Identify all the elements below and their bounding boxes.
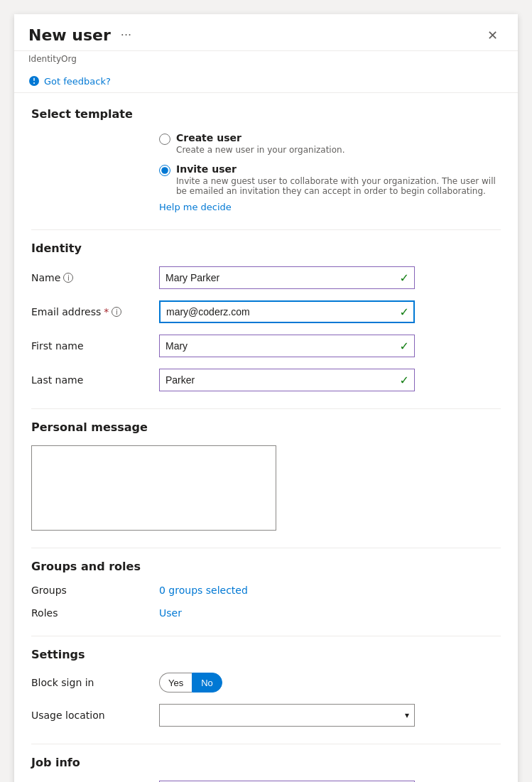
name-info-icon[interactable]: i xyxy=(63,273,73,283)
job-info-title: Job info xyxy=(31,756,501,769)
name-input[interactable] xyxy=(159,266,415,289)
email-required-star: * xyxy=(104,306,109,317)
firstname-check-icon: ✓ xyxy=(400,340,409,353)
feedback-label: Got feedback? xyxy=(44,76,111,87)
divider-2 xyxy=(31,408,501,409)
roles-label: Roles xyxy=(31,607,159,619)
job-info-section: Job info Job title ✓ Department ✓ Compan… xyxy=(31,756,501,782)
roles-value[interactable]: User xyxy=(159,607,182,619)
feedback-bar[interactable]: Got feedback? xyxy=(14,70,518,93)
feedback-icon xyxy=(28,75,40,87)
lastname-input[interactable] xyxy=(159,369,415,391)
identity-section-title: Identity xyxy=(31,241,501,255)
invite-user-option[interactable]: Invite user Invite a new guest user to c… xyxy=(159,163,501,196)
divider-3 xyxy=(31,548,501,548)
panel-header: New user ··· ✕ xyxy=(14,14,518,51)
usage-location-select-wrap: ▾ xyxy=(159,704,415,727)
divider-5 xyxy=(31,744,501,744)
identity-section: Identity Name i ✓ Email address * i xyxy=(31,241,501,391)
template-options: Create user Create a new user in your or… xyxy=(31,132,501,196)
usage-location-row: Usage location ▾ xyxy=(31,704,501,727)
email-input[interactable] xyxy=(159,300,415,323)
org-name: IdentityOrg xyxy=(14,51,518,70)
groups-value[interactable]: 0 groups selected xyxy=(159,585,248,596)
invite-user-desc: Invite a new guest user to collaborate w… xyxy=(176,176,501,196)
personal-message-wrap xyxy=(31,445,276,531)
lastname-field-row: Last name ✓ xyxy=(31,369,501,391)
groups-roles-section: Groups and roles Groups 0 groups selecte… xyxy=(31,560,501,619)
personal-message-section: Personal message xyxy=(31,420,501,531)
block-signin-toggle: Yes No xyxy=(159,673,222,693)
personal-message-title: Personal message xyxy=(31,420,501,434)
create-user-radio[interactable] xyxy=(159,134,170,145)
groups-field-row: Groups 0 groups selected xyxy=(31,585,501,596)
settings-section: Settings Block sign in Yes No Usage loca… xyxy=(31,648,501,727)
panel-body: Select template Create user Create a new… xyxy=(14,93,518,782)
firstname-input-wrap: ✓ xyxy=(159,335,415,357)
name-check-icon: ✓ xyxy=(400,271,409,285)
create-user-option[interactable]: Create user Create a new user in your or… xyxy=(159,132,501,155)
create-user-desc: Create a new user in your organization. xyxy=(176,145,344,155)
invite-user-label: Invite user xyxy=(176,163,237,175)
block-signin-row: Block sign in Yes No xyxy=(31,673,501,693)
no-toggle-btn[interactable]: No xyxy=(192,673,222,693)
firstname-label: First name xyxy=(31,340,159,352)
firstname-field-row: First name ✓ xyxy=(31,335,501,357)
panel-title: New user xyxy=(28,26,111,44)
yes-toggle-btn[interactable]: Yes xyxy=(159,673,192,693)
usage-location-label: Usage location xyxy=(31,710,159,721)
email-check-icon: ✓ xyxy=(400,305,409,319)
name-label: Name i xyxy=(31,272,159,283)
groups-label: Groups xyxy=(31,585,159,596)
close-button[interactable]: ✕ xyxy=(482,26,504,45)
settings-title: Settings xyxy=(31,648,501,661)
create-user-label: Create user xyxy=(176,132,241,143)
new-user-panel: New user ··· ✕ IdentityOrg Got feedback?… xyxy=(14,14,518,782)
usage-location-select[interactable] xyxy=(159,704,415,727)
more-options-icon[interactable]: ··· xyxy=(118,26,134,45)
block-signin-label: Block sign in xyxy=(31,677,159,688)
divider-4 xyxy=(31,636,501,636)
lastname-check-icon: ✓ xyxy=(400,374,409,387)
divider-1 xyxy=(31,229,501,230)
email-input-wrap: ✓ xyxy=(159,300,415,323)
name-field-row: Name i ✓ xyxy=(31,266,501,289)
groups-roles-title: Groups and roles xyxy=(31,560,501,573)
firstname-input[interactable] xyxy=(159,335,415,357)
lastname-label: Last name xyxy=(31,374,159,386)
personal-message-input[interactable] xyxy=(32,446,276,530)
email-field-row: Email address * i ✓ xyxy=(31,300,501,323)
lastname-input-wrap: ✓ xyxy=(159,369,415,391)
roles-field-row: Roles User xyxy=(31,607,501,619)
template-section: Select template Create user Create a new… xyxy=(31,107,501,212)
template-section-title: Select template xyxy=(31,107,501,121)
invite-user-radio[interactable] xyxy=(159,165,170,176)
help-me-decide-link[interactable]: Help me decide xyxy=(31,202,501,212)
email-info-icon[interactable]: i xyxy=(112,307,121,317)
name-input-wrap: ✓ xyxy=(159,266,415,289)
email-label: Email address * i xyxy=(31,306,159,317)
